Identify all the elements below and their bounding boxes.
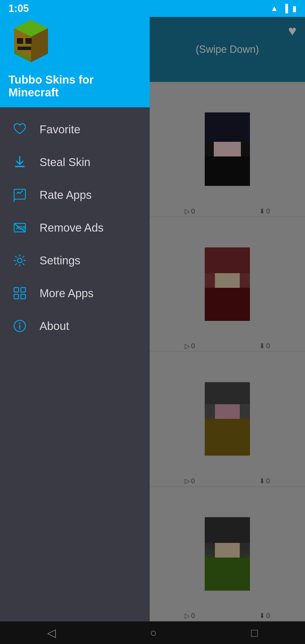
more-apps-label: More Apps [40, 287, 93, 300]
svg-rect-15 [21, 288, 25, 292]
logo-svg [8, 17, 54, 62]
menu-item-settings[interactable]: Settings [0, 244, 150, 277]
menu-item-favorite[interactable]: Favorite [0, 113, 150, 146]
svg-rect-14 [14, 288, 19, 292]
status-icons: ▲ ▐ ▮ [270, 4, 297, 13]
settings-icon [11, 252, 28, 269]
drawer-menu: Favorite Steal Skin Rate Apps [0, 107, 150, 621]
svg-rect-5 [18, 47, 31, 50]
ad-icon: ADS [11, 219, 28, 236]
menu-item-steal-skin[interactable]: Steal Skin [0, 146, 150, 179]
svg-rect-4 [25, 38, 32, 44]
back-button[interactable]: ◁ [39, 623, 64, 642]
status-time: 1:05 [8, 3, 29, 14]
svg-rect-8 [14, 189, 25, 199]
menu-item-rate-apps[interactable]: Rate Apps [0, 179, 150, 211]
svg-point-13 [18, 258, 22, 263]
wifi-icon: ▲ [270, 4, 278, 13]
download-icon [11, 154, 28, 171]
navigation-drawer: Tubbo Skins for Minecraft Favorite Steal… [0, 0, 150, 621]
menu-item-about[interactable]: About [0, 310, 150, 342]
settings-label: Settings [40, 254, 80, 267]
navigation-bar: ◁ ○ □ [0, 621, 305, 644]
rate-apps-label: Rate Apps [40, 189, 92, 201]
svg-rect-7 [15, 166, 25, 167]
rate-icon [11, 186, 28, 203]
battery-icon: ▮ [292, 4, 297, 13]
drawer-overlay[interactable] [150, 0, 305, 621]
svg-point-20 [19, 323, 21, 324]
about-label: About [40, 320, 69, 332]
signal-icon: ▐ [282, 4, 288, 13]
menu-item-remove-ads[interactable]: ADS Remove Ads [0, 211, 150, 244]
status-bar: 1:05 ▲ ▐ ▮ [0, 0, 305, 17]
info-icon [11, 317, 28, 334]
heart-icon [11, 121, 28, 138]
svg-rect-3 [17, 38, 23, 44]
home-button[interactable]: ○ [141, 624, 165, 642]
remove-ads-label: Remove Ads [40, 221, 104, 234]
favorite-label: Favorite [40, 123, 80, 136]
more-apps-icon [11, 285, 28, 302]
recent-button[interactable]: □ [243, 624, 266, 642]
app-logo [8, 17, 59, 68]
app-title: Tubbo Skins for Minecraft [8, 73, 141, 99]
steal-skin-label: Steal Skin [40, 156, 90, 169]
svg-rect-16 [14, 294, 19, 299]
svg-rect-17 [21, 294, 25, 299]
menu-item-more-apps[interactable]: More Apps [0, 277, 150, 310]
